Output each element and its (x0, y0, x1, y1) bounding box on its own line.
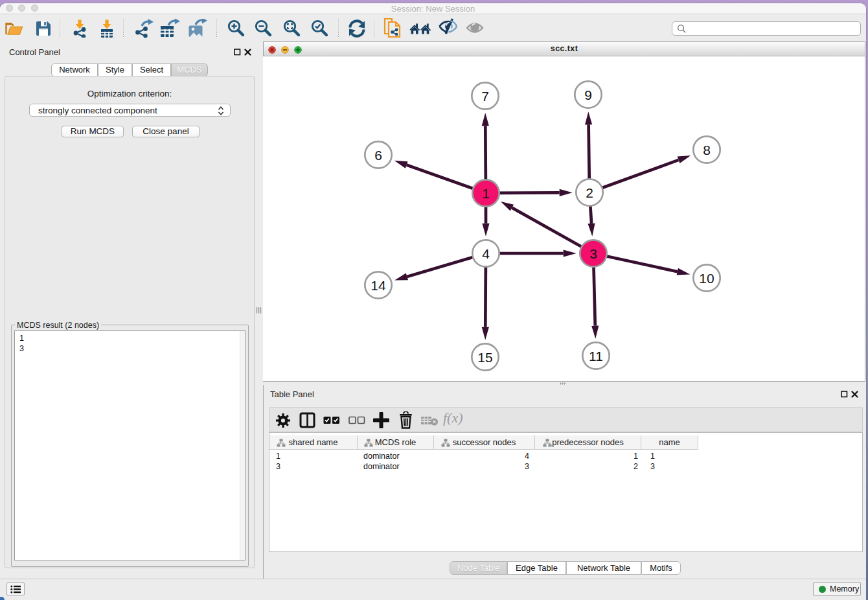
svg-text:3: 3 (589, 246, 597, 261)
svg-text:4: 4 (482, 246, 490, 261)
svg-text:8: 8 (703, 143, 711, 157)
svg-text:14: 14 (371, 278, 386, 293)
svg-text:11: 11 (589, 349, 603, 363)
svg-text:6: 6 (374, 148, 382, 163)
svg-text:2: 2 (586, 185, 593, 200)
svg-text:9: 9 (584, 87, 592, 102)
svg-text:15: 15 (477, 350, 492, 365)
svg-text:1: 1 (482, 186, 490, 201)
svg-text:10: 10 (699, 271, 714, 286)
svg-text:7: 7 (481, 89, 489, 104)
